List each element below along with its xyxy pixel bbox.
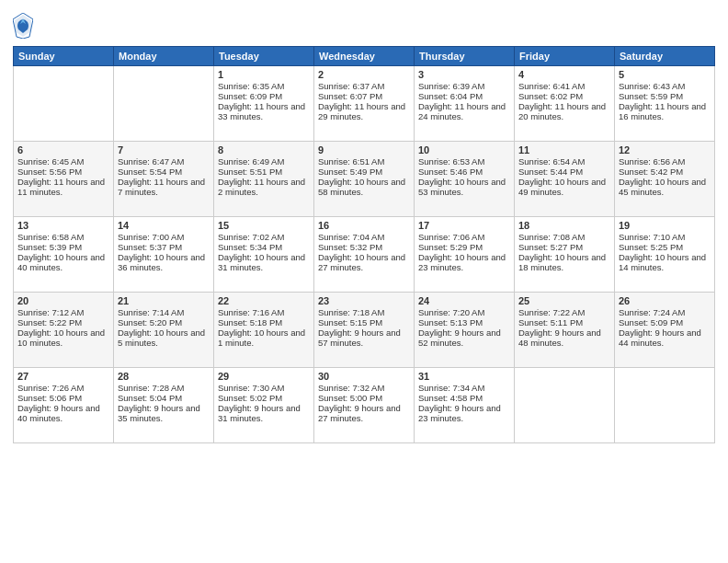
daylight-text: Daylight: 10 hours and 40 minutes. (17, 252, 109, 272)
day-number: 2 (318, 69, 410, 80)
sunrise-text: Sunrise: 7:00 AM (118, 232, 210, 242)
sunset-text: Sunset: 6:07 PM (318, 91, 410, 101)
daylight-text: Daylight: 9 hours and 27 minutes. (318, 403, 410, 423)
day-cell: 21Sunrise: 7:14 AMSunset: 5:20 PMDayligh… (114, 293, 214, 368)
daylight-text: Daylight: 9 hours and 44 minutes. (619, 327, 711, 348)
day-number: 13 (17, 220, 109, 231)
day-cell: 14Sunrise: 7:00 AMSunset: 5:37 PMDayligh… (114, 217, 214, 293)
sunset-text: Sunset: 4:58 PM (418, 393, 510, 403)
sunset-text: Sunset: 5:02 PM (218, 393, 310, 403)
sunset-text: Sunset: 5:20 PM (118, 317, 210, 327)
sunset-text: Sunset: 5:29 PM (418, 242, 510, 252)
sunrise-text: Sunrise: 7:28 AM (118, 383, 210, 393)
day-cell: 23Sunrise: 7:18 AMSunset: 5:15 PMDayligh… (314, 293, 415, 368)
week-row-4: 20Sunrise: 7:12 AMSunset: 5:22 PMDayligh… (14, 293, 715, 368)
sunset-text: Sunset: 5:04 PM (118, 393, 210, 403)
daylight-text: Daylight: 10 hours and 31 minutes. (218, 252, 310, 272)
sunset-text: Sunset: 5:06 PM (17, 393, 109, 403)
day-cell: 26Sunrise: 7:24 AMSunset: 5:09 PMDayligh… (615, 293, 715, 368)
sunrise-text: Sunrise: 7:24 AM (619, 307, 711, 317)
logo (13, 13, 37, 39)
sunrise-text: Sunrise: 7:22 AM (518, 307, 610, 317)
day-cell: 20Sunrise: 7:12 AMSunset: 5:22 PMDayligh… (14, 293, 114, 368)
day-number: 20 (17, 295, 109, 306)
sunset-text: Sunset: 5:44 PM (518, 167, 610, 177)
daylight-text: Daylight: 11 hours and 24 minutes. (418, 101, 510, 121)
sunset-text: Sunset: 5:37 PM (118, 242, 210, 252)
day-number: 18 (518, 220, 610, 231)
day-cell: 5Sunrise: 6:43 AMSunset: 5:59 PMDaylight… (615, 66, 715, 142)
day-number: 1 (218, 69, 310, 80)
sunrise-text: Sunrise: 7:14 AM (118, 307, 210, 317)
day-header-row: SundayMondayTuesdayWednesdayThursdayFrid… (14, 47, 715, 66)
daylight-text: Daylight: 9 hours and 31 minutes. (218, 403, 310, 423)
day-number: 23 (318, 295, 410, 306)
day-cell: 3Sunrise: 6:39 AMSunset: 6:04 PMDaylight… (415, 66, 515, 142)
day-header-tuesday: Tuesday (214, 47, 314, 66)
day-cell: 31Sunrise: 7:34 AMSunset: 4:58 PMDayligh… (415, 368, 515, 443)
day-number: 10 (418, 144, 510, 155)
day-cell: 11Sunrise: 6:54 AMSunset: 5:44 PMDayligh… (515, 142, 615, 217)
daylight-text: Daylight: 11 hours and 7 minutes. (118, 177, 210, 197)
day-number: 12 (619, 144, 711, 155)
day-number: 8 (218, 144, 310, 155)
sunrise-text: Sunrise: 7:12 AM (17, 307, 109, 317)
sunrise-text: Sunrise: 7:04 AM (318, 232, 410, 242)
day-number: 3 (418, 69, 510, 80)
sunset-text: Sunset: 5:22 PM (17, 317, 109, 327)
day-cell: 13Sunrise: 6:58 AMSunset: 5:39 PMDayligh… (14, 217, 114, 293)
daylight-text: Daylight: 11 hours and 16 minutes. (619, 101, 711, 121)
day-header-thursday: Thursday (415, 47, 515, 66)
sunset-text: Sunset: 5:54 PM (118, 167, 210, 177)
day-cell: 24Sunrise: 7:20 AMSunset: 5:13 PMDayligh… (415, 293, 515, 368)
day-cell: 8Sunrise: 6:49 AMSunset: 5:51 PMDaylight… (214, 142, 314, 217)
day-number: 25 (518, 295, 610, 306)
calendar-body: 1Sunrise: 6:35 AMSunset: 6:09 PMDaylight… (14, 66, 715, 443)
sunrise-text: Sunrise: 6:37 AM (318, 81, 410, 91)
daylight-text: Daylight: 10 hours and 27 minutes. (318, 252, 410, 272)
sunrise-text: Sunrise: 6:47 AM (118, 156, 210, 167)
day-cell (615, 368, 715, 443)
week-row-1: 1Sunrise: 6:35 AMSunset: 6:09 PMDaylight… (14, 66, 715, 142)
day-number: 17 (418, 220, 510, 231)
day-cell: 28Sunrise: 7:28 AMSunset: 5:04 PMDayligh… (114, 368, 214, 443)
sunrise-text: Sunrise: 6:54 AM (518, 156, 610, 167)
day-number: 14 (118, 220, 210, 231)
week-row-2: 6Sunrise: 6:45 AMSunset: 5:56 PMDaylight… (14, 142, 715, 217)
day-header-friday: Friday (515, 47, 615, 66)
daylight-text: Daylight: 9 hours and 35 minutes. (118, 403, 210, 423)
day-number: 31 (418, 371, 510, 382)
day-header-sunday: Sunday (14, 47, 114, 66)
day-cell: 6Sunrise: 6:45 AMSunset: 5:56 PMDaylight… (14, 142, 114, 217)
sunset-text: Sunset: 5:18 PM (218, 317, 310, 327)
sunrise-text: Sunrise: 6:56 AM (619, 156, 711, 167)
sunrise-text: Sunrise: 6:43 AM (619, 81, 711, 91)
sunrise-text: Sunrise: 7:26 AM (17, 383, 109, 393)
week-row-3: 13Sunrise: 6:58 AMSunset: 5:39 PMDayligh… (14, 217, 715, 293)
day-number: 30 (318, 371, 410, 382)
sunrise-text: Sunrise: 6:58 AM (17, 232, 109, 242)
sunrise-text: Sunrise: 7:02 AM (218, 232, 310, 242)
daylight-text: Daylight: 9 hours and 52 minutes. (418, 327, 510, 348)
daylight-text: Daylight: 10 hours and 5 minutes. (118, 327, 210, 348)
daylight-text: Daylight: 11 hours and 11 minutes. (17, 177, 109, 197)
sunrise-text: Sunrise: 7:30 AM (218, 383, 310, 393)
daylight-text: Daylight: 10 hours and 45 minutes. (619, 177, 711, 197)
daylight-text: Daylight: 10 hours and 58 minutes. (318, 177, 410, 197)
day-cell: 30Sunrise: 7:32 AMSunset: 5:00 PMDayligh… (314, 368, 415, 443)
sunset-text: Sunset: 5:09 PM (619, 317, 711, 327)
page: SundayMondayTuesdayWednesdayThursdayFrid… (0, 0, 728, 563)
sunrise-text: Sunrise: 7:16 AM (218, 307, 310, 317)
day-number: 16 (318, 220, 410, 231)
daylight-text: Daylight: 10 hours and 36 minutes. (118, 252, 210, 272)
daylight-text: Daylight: 11 hours and 33 minutes. (218, 101, 310, 121)
sunset-text: Sunset: 5:34 PM (218, 242, 310, 252)
sunrise-text: Sunrise: 7:32 AM (318, 383, 410, 393)
logo-icon (13, 13, 33, 39)
day-cell: 17Sunrise: 7:06 AMSunset: 5:29 PMDayligh… (415, 217, 515, 293)
day-number: 28 (118, 371, 210, 382)
day-number: 19 (619, 220, 711, 231)
day-number: 21 (118, 295, 210, 306)
sunset-text: Sunset: 5:39 PM (17, 242, 109, 252)
day-cell: 10Sunrise: 6:53 AMSunset: 5:46 PMDayligh… (415, 142, 515, 217)
